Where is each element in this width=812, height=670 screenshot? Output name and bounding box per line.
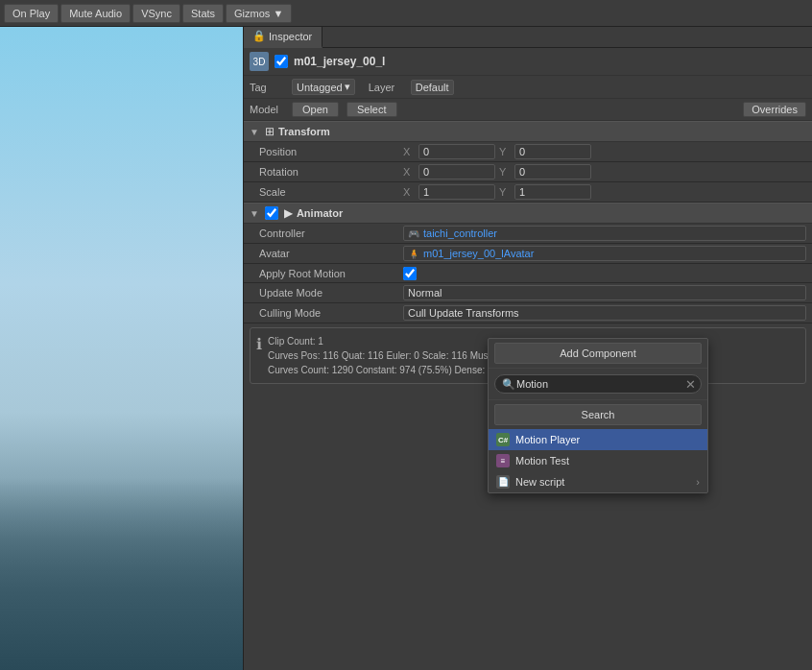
search-results-list: C# Motion Player ≡ Motion Test 📄 New scr…	[489, 429, 707, 492]
tab-inspector[interactable]: 🔒 Inspector	[244, 27, 322, 48]
layer-dropdown[interactable]: Default	[411, 80, 454, 95]
culling-mode-value: Cull Update Transforms	[408, 307, 519, 319]
culling-mode-row: Culling Mode Cull Update Transforms	[244, 303, 812, 323]
toolbar-mute-audio[interactable]: Mute Audio	[60, 4, 131, 23]
animator-section-header[interactable]: ▼ ▶ Animator	[244, 203, 812, 224]
tab-inspector-label: Inspector	[269, 31, 312, 42]
toolbar-gizmos[interactable]: Gizmos ▼	[226, 4, 292, 23]
motion-test-icon: ≡	[496, 454, 510, 467]
controller-value: taichi_controller	[423, 227, 497, 239]
rotation-x-label: X	[403, 166, 415, 178]
update-mode-row: Update Mode Normal	[244, 283, 812, 303]
transform-section-header[interactable]: ▼ ⊞ Transform	[244, 121, 812, 142]
apply-root-motion-checkbox[interactable]	[403, 267, 417, 280]
scale-row: Scale X Y	[244, 182, 812, 203]
position-y-input[interactable]	[514, 144, 591, 159]
object-type-icon: 3D	[250, 52, 269, 71]
main-toolbar: On Play Mute Audio VSync Stats Gizmos ▼	[0, 0, 812, 27]
lock-icon: 🔒	[253, 31, 265, 42]
rotation-values: X Y	[403, 164, 806, 179]
apply-root-motion-row: Apply Root Motion	[244, 264, 812, 283]
inspector-tab-bar: 🔒 Inspector	[244, 27, 812, 48]
search-container: 🔍 ✕	[489, 369, 707, 400]
viewport-panel	[0, 27, 243, 670]
avatar-icon: 🧍	[408, 249, 419, 259]
controller-icon: 🎮	[408, 228, 419, 239]
list-item-motion-test[interactable]: ≡ Motion Test	[489, 450, 707, 471]
search-row: 🔍 ✕	[494, 374, 702, 394]
avatar-label: Avatar	[259, 248, 403, 259]
scale-x-label: X	[403, 186, 415, 198]
rotation-y-input[interactable]	[514, 164, 591, 179]
object-icon-label: 3D	[253, 57, 266, 67]
update-mode-dropdown[interactable]: Normal	[403, 285, 806, 300]
position-label: Position	[259, 146, 403, 157]
rotation-x-input[interactable]	[418, 164, 495, 179]
update-mode-value: Normal	[408, 287, 442, 299]
culling-mode-dropdown[interactable]: Cull Update Transforms	[403, 305, 806, 321]
tag-layer-row: Tag Untagged ▾ Layer Default	[244, 76, 812, 99]
select-button[interactable]: Select	[346, 102, 397, 117]
new-script-arrow-icon: ›	[696, 476, 700, 488]
rotation-y-label: Y	[499, 166, 511, 178]
new-script-label: New script	[515, 476, 564, 488]
tag-value: Untagged	[297, 82, 343, 93]
position-x-input[interactable]	[418, 144, 495, 159]
tag-dropdown[interactable]: Untagged ▾	[292, 79, 355, 95]
transform-collapse-arrow: ▼	[250, 127, 259, 137]
overrides-button[interactable]: Overrides	[743, 102, 806, 117]
toolbar-on-play[interactable]: On Play	[4, 4, 59, 23]
update-mode-label: Update Mode	[259, 287, 403, 299]
layer-label: Layer	[369, 82, 407, 93]
info-icon: ℹ	[256, 335, 262, 377]
position-values: X Y	[403, 144, 806, 159]
search-input[interactable]	[494, 374, 702, 394]
motion-player-icon: C#	[496, 433, 510, 446]
position-row: Position X Y	[244, 142, 812, 162]
scale-label: Scale	[259, 186, 403, 198]
animator-section-title: Animator	[297, 207, 343, 219]
motion-test-label: Motion Test	[515, 455, 569, 467]
motion-player-label: Motion Player	[515, 434, 580, 445]
object-active-checkbox[interactable]	[275, 55, 288, 68]
animator-enabled-checkbox[interactable]	[265, 206, 278, 220]
culling-mode-label: Culling Mode	[259, 307, 403, 319]
search-button[interactable]: Search	[494, 404, 702, 425]
animator-collapse-arrow: ▼	[250, 208, 259, 219]
model-label: Model	[250, 104, 288, 115]
model-row: Model Open Select Overrides	[244, 99, 812, 121]
animator-icon: ▶	[284, 206, 293, 220]
avatar-value: m01_jersey_00_lAvatar	[423, 248, 534, 259]
object-name-label: m01_jersey_00_l	[294, 55, 385, 68]
scale-y-label: Y	[499, 186, 511, 198]
list-item-new-script[interactable]: 📄 New script ›	[489, 471, 707, 492]
rotation-label: Rotation	[259, 166, 403, 178]
scale-y-input[interactable]	[514, 184, 591, 200]
scale-values: X Y	[403, 184, 806, 200]
list-item-motion-player[interactable]: C# Motion Player	[489, 429, 707, 450]
add-component-button[interactable]: Add Component	[494, 343, 702, 364]
avatar-row: Avatar 🧍 m01_jersey_00_lAvatar	[244, 244, 812, 264]
add-component-popup: Add Component 🔍 ✕ Search C# Motion Playe…	[488, 338, 708, 493]
tag-label: Tag	[250, 82, 288, 93]
layer-value: Default	[416, 82, 449, 93]
controller-label: Controller	[259, 227, 403, 239]
position-x-label: X	[403, 146, 415, 157]
transform-icon: ⊞	[265, 125, 275, 138]
position-y-label: Y	[499, 146, 511, 157]
avatar-field[interactable]: 🧍 m01_jersey_00_lAvatar	[403, 246, 806, 261]
transform-section-title: Transform	[278, 126, 330, 137]
controller-row: Controller 🎮 taichi_controller	[244, 224, 812, 244]
clear-icon[interactable]: ✕	[685, 377, 696, 392]
scale-x-input[interactable]	[418, 184, 495, 200]
open-button[interactable]: Open	[292, 102, 339, 117]
rotation-row: Rotation X Y	[244, 162, 812, 182]
tag-chevron-icon: ▾	[345, 81, 350, 93]
toolbar-vsync[interactable]: VSync	[132, 4, 180, 23]
controller-field[interactable]: 🎮 taichi_controller	[403, 226, 806, 241]
new-script-icon: 📄	[496, 475, 510, 489]
apply-root-motion-label: Apply Root Motion	[259, 268, 403, 279]
toolbar-stats[interactable]: Stats	[182, 4, 224, 23]
object-header: 3D m01_jersey_00_l	[244, 48, 812, 76]
